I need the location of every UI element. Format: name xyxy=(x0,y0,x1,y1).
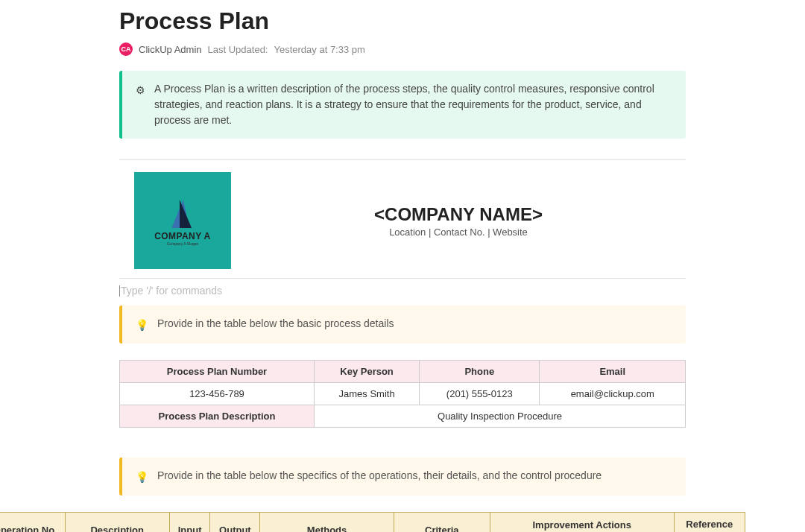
th-input: Input xyxy=(169,513,210,533)
td-desc-label: Process Plan Description xyxy=(120,405,315,428)
th-key-person: Key Person xyxy=(314,361,419,383)
th-reference: Reference SOP No. xyxy=(674,513,745,533)
operations-table: Operation No. Description Input Output M… xyxy=(0,512,745,532)
td-desc-value[interactable]: Quality Inspection Procedure xyxy=(314,405,685,428)
last-updated-value: Yesterday at 7:33 pm xyxy=(274,44,364,55)
intro-callout: ⚙ A Process Plan is a written descriptio… xyxy=(119,71,686,139)
gear-icon: ⚙ xyxy=(136,83,145,128)
page-title: Process Plan xyxy=(119,7,686,35)
td-plan-number[interactable]: 123-456-789 xyxy=(120,383,315,405)
avatar: CA xyxy=(119,42,133,56)
td-email[interactable]: email@clickup.com xyxy=(540,383,686,405)
th-methods: Methods xyxy=(260,513,394,533)
logo-slogan: Company A Slogan xyxy=(167,241,199,246)
td-key-person[interactable]: James Smith xyxy=(314,383,419,405)
company-block: COMPANY A Company A Slogan <COMPANY NAME… xyxy=(119,160,686,278)
th-phone: Phone xyxy=(420,361,540,383)
table-row[interactable]: 123-456-789 James Smith (201) 555-0123 e… xyxy=(120,383,686,405)
lightbulb-icon: 💡 xyxy=(136,317,148,333)
th-email: Email xyxy=(540,361,686,383)
th-criteria: Criteria xyxy=(394,513,490,533)
logo-name: COMPANY A xyxy=(154,231,210,241)
company-name: <COMPANY NAME> xyxy=(231,204,686,225)
doc-meta: CA ClickUp Admin Last Updated: Yesterday… xyxy=(119,42,686,56)
th-plan-number: Process Plan Number xyxy=(120,361,315,383)
th-op-no: Operation No. xyxy=(0,513,65,533)
th-output: Output xyxy=(210,513,260,533)
editor-input[interactable]: Type '/' for commands xyxy=(119,279,686,305)
th-improvement: Improvement Actions (When criteria are n… xyxy=(490,513,674,533)
last-updated-label: Last Updated: xyxy=(208,44,268,55)
th-description: Description xyxy=(65,513,169,533)
basic-details-text: Provide in the table below the basic pro… xyxy=(157,316,394,333)
operations-callout-text: Provide in the table below the specifics… xyxy=(157,468,602,485)
logo-icon xyxy=(171,195,195,228)
table-row[interactable]: Process Plan Description Quality Inspect… xyxy=(120,405,686,428)
process-info-table: Process Plan Number Key Person Phone Ema… xyxy=(119,360,686,428)
author-name: ClickUp Admin xyxy=(139,44,202,55)
operations-callout: 💡 Provide in the table below the specifi… xyxy=(119,457,686,495)
basic-details-callout: 💡 Provide in the table below the basic p… xyxy=(119,305,686,343)
intro-callout-text: A Process Plan is a written description … xyxy=(154,81,672,128)
lightbulb-icon: 💡 xyxy=(136,469,148,485)
td-phone[interactable]: (201) 555-0123 xyxy=(420,383,540,405)
company-subline: Location | Contact No. | Website xyxy=(231,227,686,238)
company-logo: COMPANY A Company A Slogan xyxy=(134,172,231,269)
